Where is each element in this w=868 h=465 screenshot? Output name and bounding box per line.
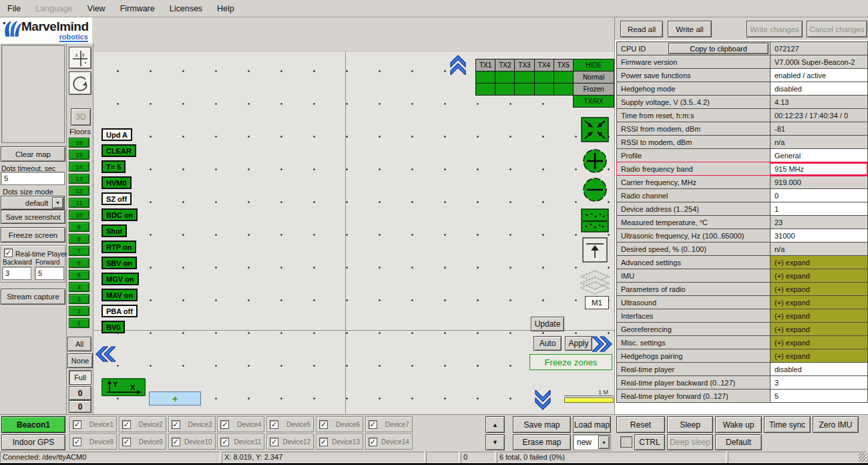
- device-checkbox[interactable]: ✓: [220, 420, 229, 429]
- param-value-interfaces[interactable]: (+) expand: [771, 309, 868, 323]
- tx-cell[interactable]: [515, 84, 534, 96]
- param-value-misc-settings[interactable]: (+) expand: [771, 336, 868, 349]
- map-toggle-upd-a[interactable]: Upd A: [101, 128, 132, 141]
- auto-button[interactable]: Auto: [533, 336, 562, 351]
- chevron-down-icon[interactable]: ▼: [598, 436, 610, 449]
- map-select[interactable]: new ▼: [573, 434, 611, 450]
- save-screenshot-button[interactable]: Save screenshot: [1, 210, 65, 224]
- param-value-real-time-player[interactable]: disabled: [771, 363, 868, 376]
- floor-button-3[interactable]: 3: [69, 294, 89, 304]
- rotate-tool-button[interactable]: [69, 71, 91, 95]
- load-map-button[interactable]: Load map: [573, 416, 611, 433]
- view-3d-button[interactable]: 3D: [71, 108, 91, 126]
- tx-cell[interactable]: [534, 84, 554, 96]
- tx-cell[interactable]: [476, 71, 495, 84]
- collapse-left-icon[interactable]: [95, 345, 116, 363]
- device-cell-device3[interactable]: ✓Device3: [168, 416, 216, 432]
- param-value-real-time-player-backward-0-127-[interactable]: 3: [771, 376, 868, 390]
- fit-to-view-button[interactable]: [581, 117, 609, 142]
- device-checkbox[interactable]: ✓: [369, 438, 377, 446]
- map-toggle-shot[interactable]: Shot: [101, 224, 127, 237]
- floor-button-9[interactable]: 9: [69, 222, 89, 232]
- device-checkbox[interactable]: ✓: [319, 438, 328, 446]
- floor-button-13[interactable]: 13: [69, 174, 89, 184]
- param-value-power-save-functions[interactable]: enabled / active: [771, 69, 868, 82]
- device-cell-device4[interactable]: ✓Device4: [217, 416, 264, 432]
- zero-imu-button[interactable]: Zero IMU: [813, 416, 859, 433]
- tx-cell[interactable]: [495, 84, 515, 96]
- menu-firmware[interactable]: Firmware: [113, 4, 162, 13]
- device-checkbox[interactable]: ✓: [73, 420, 81, 429]
- collapse-down-icon[interactable]: [534, 390, 552, 410]
- map-toggle-bv0[interactable]: BV0: [101, 321, 125, 333]
- tx-side-hide[interactable]: HIDE: [574, 59, 614, 71]
- default-button[interactable]: Default: [715, 434, 762, 450]
- tx-side-normal[interactable]: Normal: [574, 71, 614, 84]
- floor-button-10[interactable]: 10: [69, 210, 89, 220]
- save-map-button[interactable]: Save map: [513, 416, 571, 433]
- param-value-ultrasonic-frequency-hz-100-65000-[interactable]: 31000: [771, 229, 868, 243]
- param-value-advanced-settings[interactable]: (+) expand: [771, 256, 868, 269]
- device-checkbox[interactable]: ✓: [369, 420, 377, 429]
- map-toggle-bdc-on[interactable]: BDC on: [101, 208, 138, 221]
- collapse-up-icon[interactable]: [449, 55, 467, 75]
- device-cell-device5[interactable]: ✓Device5: [266, 416, 314, 432]
- menu-licenses[interactable]: Licenses: [162, 4, 210, 13]
- map-toggle-mgv-on[interactable]: MGV on: [101, 273, 139, 285]
- cancel-changes-button[interactable]: Cancel changes: [807, 21, 867, 37]
- map-toggle-sz-off[interactable]: SZ off: [101, 192, 132, 205]
- layers-icon[interactable]: [580, 269, 610, 296]
- backward-input[interactable]: 3: [2, 267, 31, 280]
- tx-cell[interactable]: [515, 71, 534, 84]
- floor-counter-bottom[interactable]: 0: [69, 400, 91, 413]
- param-value-radio-channel[interactable]: 0: [771, 189, 868, 202]
- devices-scroll-down-button[interactable]: ▼: [485, 434, 505, 450]
- reset-button[interactable]: Reset: [616, 416, 665, 433]
- forward-input[interactable]: 5: [35, 267, 64, 280]
- param-value-hedgehogs-pairing[interactable]: (+) expand: [771, 349, 868, 363]
- param-value-hedgehog-mode[interactable]: disabled: [771, 82, 868, 96]
- device-cell-device10[interactable]: ✓Device10: [168, 434, 216, 450]
- menu-view[interactable]: View: [80, 4, 113, 13]
- param-value-ultrasound[interactable]: (+) expand: [771, 296, 868, 309]
- device-cell-device13[interactable]: ✓Device13: [316, 434, 363, 450]
- stream-capture-button[interactable]: Stream capture: [1, 289, 65, 305]
- map-toggle-hvm0[interactable]: HVM0: [101, 176, 132, 189]
- wake-up-button[interactable]: Wake up: [715, 416, 762, 433]
- menu-file[interactable]: File: [0, 4, 28, 13]
- deep-sleep-button[interactable]: Deep sleep: [667, 434, 713, 450]
- floor-button-15[interactable]: 15: [69, 150, 89, 160]
- device-checkbox[interactable]: ✓: [122, 438, 131, 446]
- floor-counter-top[interactable]: 0: [69, 386, 91, 400]
- tab-indoor-gps[interactable]: Indoor GPS: [1, 434, 65, 450]
- dots-timeout-input[interactable]: 5: [1, 172, 65, 185]
- floors-all-button[interactable]: All: [67, 337, 91, 351]
- write-all-button[interactable]: Write all: [668, 21, 712, 37]
- add-submap-button[interactable]: +: [149, 392, 201, 406]
- clear-map-button[interactable]: Clear map: [1, 146, 65, 162]
- device-cell-device6[interactable]: ✓Device6: [316, 416, 363, 432]
- floor-button-6[interactable]: 6: [69, 258, 89, 268]
- map-toggle-mav-on[interactable]: MAV on: [101, 289, 138, 301]
- param-value-parameters-of-radio[interactable]: (+) expand: [771, 283, 868, 296]
- axes-tool-button[interactable]: x y: [69, 47, 91, 69]
- copy-to-clipboard-button[interactable]: Copy to clipboard: [668, 43, 769, 54]
- floor-button-7[interactable]: 7: [69, 246, 89, 256]
- device-checkbox[interactable]: ✓: [172, 438, 180, 446]
- map-toggle-sbv-on[interactable]: SBV on: [101, 257, 137, 269]
- tx-cell[interactable]: [554, 71, 573, 84]
- zoom-out-button[interactable]: [582, 177, 608, 202]
- tx-cell[interactable]: [554, 84, 573, 96]
- floor-button-16[interactable]: 16: [69, 138, 89, 148]
- time-sync-button[interactable]: Time sync: [764, 416, 811, 433]
- device-cell-device12[interactable]: ✓Device12: [266, 434, 314, 450]
- tx-cell[interactable]: [534, 71, 554, 84]
- floor-button-14[interactable]: 14: [69, 162, 89, 172]
- devices-scroll-up-button[interactable]: ▲: [485, 416, 505, 433]
- floor-button-1[interactable]: 1: [69, 318, 89, 328]
- tx-side-frozen[interactable]: Frozen: [574, 84, 614, 96]
- map-toggle-t-5[interactable]: T= 5: [101, 160, 126, 173]
- tx-cell[interactable]: [495, 71, 515, 84]
- dots-size-select[interactable]: default ▼: [1, 196, 65, 210]
- read-all-button[interactable]: Read all: [620, 21, 663, 37]
